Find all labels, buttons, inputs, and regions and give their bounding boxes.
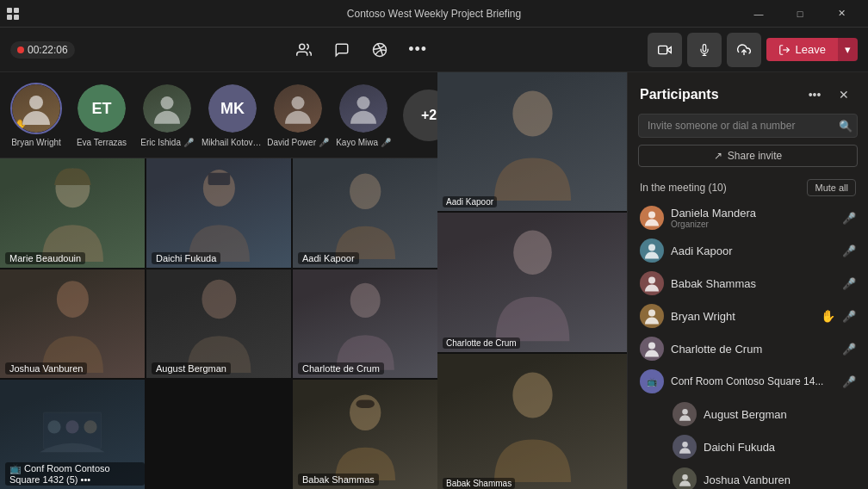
avatar-daniela — [640, 206, 664, 230]
avatar-bryan — [640, 304, 664, 328]
people-button[interactable] — [287, 33, 321, 67]
mute-all-button[interactable]: Mute all — [807, 179, 856, 196]
video-cell-conf: 📺Conf Room Contoso Square 1432 (5) ••• — [0, 380, 145, 489]
strip-participant-eva[interactable]: ET Eva Terrazas — [72, 83, 131, 147]
more-participants-badge[interactable]: +2 — [403, 90, 437, 141]
strip-participant-mikhail[interactable]: MK Mikhail Kotov 🎤 — [203, 83, 262, 147]
charlotte-grid-video — [293, 269, 437, 379]
strip-participant-bryan[interactable]: ✋ Bryan Wright — [7, 83, 65, 147]
svg-point-10 — [292, 96, 305, 109]
august-video — [146, 269, 291, 379]
mic-daniela: 🎤 — [842, 212, 856, 225]
info-joshua: Joshua Vanburen — [704, 474, 856, 486]
side-label-babak: Babak Shammas — [443, 478, 515, 489]
toolbar-right: Leave ▾ — [648, 33, 858, 67]
camera-button[interactable] — [648, 33, 682, 67]
role-daniela: Organizer — [671, 220, 835, 229]
toolbar-center: ••• — [287, 33, 435, 67]
mic-bryan: 🎤 — [842, 310, 856, 323]
babak-label: Babak Shammas — [298, 474, 379, 486]
participant-item-august[interactable]: August Bergman — [633, 398, 863, 430]
mic-aadi: 🎤 — [842, 244, 856, 257]
strip-participant-eric[interactable]: Eric Ishida 🎤 — [138, 83, 196, 147]
invite-search-button[interactable]: 🔍 — [839, 120, 852, 133]
charlotte-grid-label: Charlotte de Crum — [298, 362, 384, 374]
svg-point-15 — [350, 173, 381, 209]
video-cell-august: August Bergman — [146, 269, 291, 379]
avatar-confroom: 📺 — [640, 369, 664, 393]
more-button[interactable]: ••• — [400, 33, 435, 67]
strip-avatar-eric — [141, 83, 193, 134]
name-bryan: Bryan Wright — [671, 310, 814, 323]
participant-item-confroom[interactable]: 📺 Conf Room Contoso Square 14... 🎤 — [633, 365, 863, 398]
svg-rect-14 — [208, 173, 230, 185]
daichi-video — [146, 158, 291, 268]
side-video-babak: Babak Shammas — [437, 354, 627, 489]
strip-participant-david[interactable]: David Power 🎤 — [269, 83, 327, 147]
aadi-grid-label: Aadi Kapoor — [298, 252, 359, 264]
mic-charlotte: 🎤 — [842, 343, 856, 356]
strip-name-kayo: Kayo Miwa 🎤 — [336, 138, 391, 147]
participant-strip: ✋ Bryan Wright ET Eva Terrazas — [0, 72, 437, 158]
invite-input[interactable] — [638, 114, 858, 138]
microphone-button[interactable] — [687, 33, 722, 67]
share-button[interactable] — [727, 33, 761, 67]
strip-name-eva: Eva Terrazas — [77, 138, 127, 147]
share-invite-label: Share invite — [728, 150, 782, 162]
video-cell-aadi-grid: Aadi Kapoor — [293, 158, 437, 268]
window-title: Contoso West Weekly Project Briefing — [347, 8, 521, 20]
maximize-button[interactable]: □ — [780, 0, 820, 28]
svg-point-36 — [682, 474, 688, 480]
share-invite-button[interactable]: ↗ Share invite — [638, 145, 858, 167]
name-daniela: Daniela Mandera — [671, 207, 835, 220]
avatar-charlotte — [640, 337, 664, 361]
participant-item-charlotte[interactable]: Charlotte de Crum 🎤 — [633, 332, 863, 365]
strip-avatar-kayo — [338, 83, 389, 134]
video-grid: Marie Beaudouin Daichi Fukuda — [0, 158, 437, 489]
video-cell-charlotte-grid: Charlotte de Crum — [293, 269, 437, 379]
minimize-button[interactable]: — — [739, 0, 778, 28]
participant-item-daichi[interactable]: Daichi Fukuda — [633, 430, 863, 463]
right-panel: Aadi Kapoor Charlotte de Crum Babak Sham… — [437, 72, 627, 489]
leave-button[interactable]: Leave — [766, 38, 838, 61]
name-daichi: Daichi Fukuda — [704, 441, 856, 454]
svg-point-20 — [47, 421, 60, 434]
recording-dot — [17, 46, 24, 53]
close-button[interactable]: ✕ — [822, 0, 861, 28]
participant-item-aadi[interactable]: Aadi Kapoor 🎤 — [633, 234, 863, 267]
strip-participant-more[interactable]: +2 — [400, 90, 437, 141]
leave-chevron-button[interactable]: ▾ — [838, 38, 858, 61]
side-label-charlotte: Charlotte de Crum — [443, 337, 520, 349]
panel-close-button[interactable]: ✕ — [832, 83, 856, 107]
conf-label: 📺Conf Room Contoso Square 1432 (5) ••• — [5, 462, 145, 486]
video-cell-daichi: Daichi Fukuda — [146, 158, 291, 268]
marie-video — [0, 158, 145, 268]
svg-point-9 — [161, 96, 174, 109]
apps-button[interactable] — [363, 33, 397, 67]
eva-initials: ET — [78, 84, 126, 133]
side-video-charlotte: Charlotte de Crum — [437, 213, 627, 351]
strip-participant-kayo[interactable]: Kayo Miwa 🎤 — [334, 83, 393, 147]
strip-avatar-bryan: ✋ — [10, 83, 62, 134]
svg-point-28 — [512, 372, 552, 418]
aadi-grid-video — [293, 158, 437, 268]
participant-item-bryan[interactable]: Bryan Wright ✋ 🎤 — [633, 300, 863, 332]
participant-item-daniela[interactable]: Daniela Mandera Organizer 🎤 — [633, 201, 863, 234]
svg-point-17 — [202, 280, 236, 319]
avatar-babak — [640, 271, 664, 295]
participant-list: Daniela Mandera Organizer 🎤 Aadi Kapoor … — [628, 201, 868, 489]
mic-babak: 🎤 — [842, 277, 856, 290]
panel-more-button[interactable]: ••• — [803, 83, 827, 107]
bryan-hand-icon: ✋ — [14, 119, 27, 131]
svg-point-11 — [357, 96, 370, 109]
participant-item-babak[interactable]: Babak Shammas 🎤 — [633, 267, 863, 300]
avatar-joshua — [673, 467, 697, 489]
in-meeting-header: In the meeting (10) Mute all — [628, 176, 868, 201]
video-cell-joshua: Joshua Vanburen — [0, 269, 145, 379]
svg-point-18 — [350, 283, 380, 318]
leave-button-group: Leave ▾ — [766, 38, 858, 61]
timer-display: 00:22:06 — [28, 44, 68, 56]
chat-button[interactable] — [325, 33, 359, 67]
participant-item-joshua[interactable]: Joshua Vanburen — [633, 463, 863, 489]
svg-point-34 — [682, 409, 688, 415]
